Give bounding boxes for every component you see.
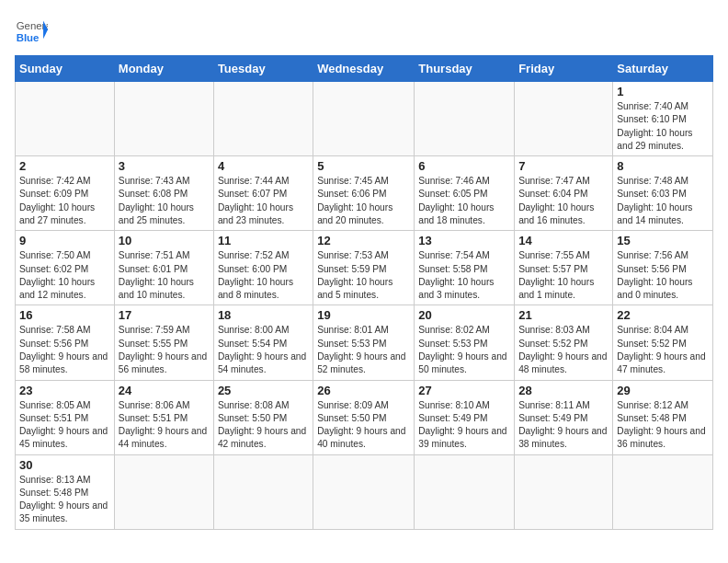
calendar-cell: 9Sunrise: 7:50 AM Sunset: 6:02 PM Daylig…	[16, 231, 115, 305]
day-number: 2	[19, 159, 110, 173]
day-number: 29	[617, 384, 709, 397]
logo: General Blue	[15, 15, 53, 48]
calendar-cell: 5Sunrise: 7:45 AM Sunset: 6:06 PM Daylig…	[313, 156, 415, 231]
weekday-header-wednesday: Wednesday	[313, 56, 415, 82]
day-number: 13	[418, 234, 510, 247]
day-number: 8	[617, 159, 709, 173]
calendar-header-row: SundayMondayTuesdayWednesdayThursdayFrid…	[16, 56, 713, 82]
calendar-cell	[213, 454, 313, 529]
day-info: Sunrise: 8:05 AM Sunset: 5:51 PM Dayligh…	[19, 399, 110, 452]
day-number: 26	[317, 384, 410, 397]
calendar-cell	[613, 454, 713, 529]
day-info: Sunrise: 7:50 AM Sunset: 6:02 PM Dayligh…	[19, 249, 110, 302]
weekday-header-tuesday: Tuesday	[213, 56, 313, 82]
calendar-cell	[313, 82, 415, 156]
day-info: Sunrise: 7:44 AM Sunset: 6:07 PM Dayligh…	[218, 175, 309, 227]
day-info: Sunrise: 8:11 AM Sunset: 5:49 PM Dayligh…	[518, 399, 609, 452]
day-info: Sunrise: 7:48 AM Sunset: 6:03 PM Dayligh…	[617, 175, 709, 227]
day-number: 22	[617, 308, 709, 322]
day-info: Sunrise: 8:02 AM Sunset: 5:53 PM Dayligh…	[418, 324, 510, 376]
day-info: Sunrise: 7:46 AM Sunset: 6:05 PM Dayligh…	[418, 175, 510, 227]
calendar-table: SundayMondayTuesdayWednesdayThursdayFrid…	[15, 55, 713, 530]
calendar-cell: 2Sunrise: 7:42 AM Sunset: 6:09 PM Daylig…	[16, 156, 115, 231]
day-number: 21	[518, 308, 609, 322]
calendar-cell: 11Sunrise: 7:52 AM Sunset: 6:00 PM Dayli…	[213, 231, 313, 305]
weekday-header-saturday: Saturday	[613, 56, 713, 82]
calendar-cell: 3Sunrise: 7:43 AM Sunset: 6:08 PM Daylig…	[114, 156, 213, 231]
calendar-cell: 14Sunrise: 7:55 AM Sunset: 5:57 PM Dayli…	[515, 231, 613, 305]
calendar-cell: 26Sunrise: 8:09 AM Sunset: 5:50 PM Dayli…	[313, 380, 415, 454]
day-info: Sunrise: 8:08 AM Sunset: 5:50 PM Dayligh…	[218, 399, 309, 452]
svg-text:General: General	[17, 20, 48, 31]
calendar-cell: 22Sunrise: 8:04 AM Sunset: 5:52 PM Dayli…	[613, 305, 713, 380]
day-number: 12	[317, 234, 410, 247]
calendar-cell	[515, 82, 613, 156]
calendar-week-5: 23Sunrise: 8:05 AM Sunset: 5:51 PM Dayli…	[16, 380, 713, 454]
day-info: Sunrise: 7:47 AM Sunset: 6:04 PM Dayligh…	[518, 175, 609, 227]
day-info: Sunrise: 7:45 AM Sunset: 6:06 PM Dayligh…	[317, 175, 410, 227]
calendar-cell: 4Sunrise: 7:44 AM Sunset: 6:07 PM Daylig…	[213, 156, 313, 231]
calendar-week-2: 2Sunrise: 7:42 AM Sunset: 6:09 PM Daylig…	[16, 156, 713, 231]
calendar-week-4: 16Sunrise: 7:58 AM Sunset: 5:56 PM Dayli…	[16, 305, 713, 380]
calendar-cell: 24Sunrise: 8:06 AM Sunset: 5:51 PM Dayli…	[114, 380, 213, 454]
day-number: 30	[19, 458, 110, 472]
day-number: 24	[119, 384, 210, 397]
calendar-week-3: 9Sunrise: 7:50 AM Sunset: 6:02 PM Daylig…	[16, 231, 713, 305]
day-info: Sunrise: 7:40 AM Sunset: 6:10 PM Dayligh…	[617, 100, 709, 153]
calendar-cell: 19Sunrise: 8:01 AM Sunset: 5:53 PM Dayli…	[313, 305, 415, 380]
day-number: 11	[218, 234, 309, 247]
day-number: 4	[218, 159, 309, 173]
svg-text:Blue: Blue	[17, 32, 40, 43]
calendar-week-6: 30Sunrise: 8:13 AM Sunset: 5:48 PM Dayli…	[16, 454, 713, 529]
day-info: Sunrise: 7:42 AM Sunset: 6:09 PM Dayligh…	[19, 175, 110, 227]
day-info: Sunrise: 7:52 AM Sunset: 6:00 PM Dayligh…	[218, 249, 309, 302]
day-info: Sunrise: 8:06 AM Sunset: 5:51 PM Dayligh…	[119, 399, 210, 452]
day-number: 18	[218, 308, 309, 322]
calendar-cell: 16Sunrise: 7:58 AM Sunset: 5:56 PM Dayli…	[16, 305, 115, 380]
day-info: Sunrise: 8:01 AM Sunset: 5:53 PM Dayligh…	[317, 324, 410, 376]
calendar-cell: 13Sunrise: 7:54 AM Sunset: 5:58 PM Dayli…	[415, 231, 515, 305]
day-number: 10	[119, 234, 210, 247]
day-number: 23	[19, 384, 110, 397]
calendar-cell: 1Sunrise: 7:40 AM Sunset: 6:10 PM Daylig…	[613, 82, 713, 156]
calendar-cell: 20Sunrise: 8:02 AM Sunset: 5:53 PM Dayli…	[415, 305, 515, 380]
calendar-cell: 29Sunrise: 8:12 AM Sunset: 5:48 PM Dayli…	[613, 380, 713, 454]
calendar-cell: 10Sunrise: 7:51 AM Sunset: 6:01 PM Dayli…	[114, 231, 213, 305]
day-info: Sunrise: 8:09 AM Sunset: 5:50 PM Dayligh…	[317, 399, 410, 452]
day-number: 6	[418, 159, 510, 173]
calendar-week-1: 1Sunrise: 7:40 AM Sunset: 6:10 PM Daylig…	[16, 82, 713, 156]
day-info: Sunrise: 7:54 AM Sunset: 5:58 PM Dayligh…	[418, 249, 510, 302]
calendar-cell: 12Sunrise: 7:53 AM Sunset: 5:59 PM Dayli…	[313, 231, 415, 305]
calendar-cell: 25Sunrise: 8:08 AM Sunset: 5:50 PM Dayli…	[213, 380, 313, 454]
calendar-cell	[313, 454, 415, 529]
calendar-cell	[114, 82, 213, 156]
day-info: Sunrise: 7:51 AM Sunset: 6:01 PM Dayligh…	[119, 249, 210, 302]
day-number: 5	[317, 159, 410, 173]
day-info: Sunrise: 7:53 AM Sunset: 5:59 PM Dayligh…	[317, 249, 410, 302]
day-info: Sunrise: 7:43 AM Sunset: 6:08 PM Dayligh…	[119, 175, 210, 227]
day-info: Sunrise: 8:00 AM Sunset: 5:54 PM Dayligh…	[218, 324, 309, 376]
weekday-header-thursday: Thursday	[415, 56, 515, 82]
day-number: 7	[518, 159, 609, 173]
day-number: 25	[218, 384, 309, 397]
calendar-cell	[515, 454, 613, 529]
calendar-cell	[415, 454, 515, 529]
calendar-cell: 8Sunrise: 7:48 AM Sunset: 6:03 PM Daylig…	[613, 156, 713, 231]
day-number: 19	[317, 308, 410, 322]
calendar-cell: 30Sunrise: 8:13 AM Sunset: 5:48 PM Dayli…	[16, 454, 115, 529]
day-info: Sunrise: 8:10 AM Sunset: 5:49 PM Dayligh…	[418, 399, 510, 452]
day-number: 20	[418, 308, 510, 322]
weekday-header-friday: Friday	[515, 56, 613, 82]
calendar-cell: 7Sunrise: 7:47 AM Sunset: 6:04 PM Daylig…	[515, 156, 613, 231]
day-number: 1	[617, 85, 709, 98]
calendar-cell	[213, 82, 313, 156]
calendar-cell: 27Sunrise: 8:10 AM Sunset: 5:49 PM Dayli…	[415, 380, 515, 454]
day-info: Sunrise: 7:58 AM Sunset: 5:56 PM Dayligh…	[19, 324, 110, 376]
day-info: Sunrise: 8:03 AM Sunset: 5:52 PM Dayligh…	[518, 324, 609, 376]
day-info: Sunrise: 8:13 AM Sunset: 5:48 PM Dayligh…	[19, 474, 110, 526]
calendar-cell: 17Sunrise: 7:59 AM Sunset: 5:55 PM Dayli…	[114, 305, 213, 380]
calendar-cell: 6Sunrise: 7:46 AM Sunset: 6:05 PM Daylig…	[415, 156, 515, 231]
day-info: Sunrise: 7:55 AM Sunset: 5:57 PM Dayligh…	[518, 249, 609, 302]
calendar-cell	[16, 82, 115, 156]
calendar-cell: 23Sunrise: 8:05 AM Sunset: 5:51 PM Dayli…	[16, 380, 115, 454]
